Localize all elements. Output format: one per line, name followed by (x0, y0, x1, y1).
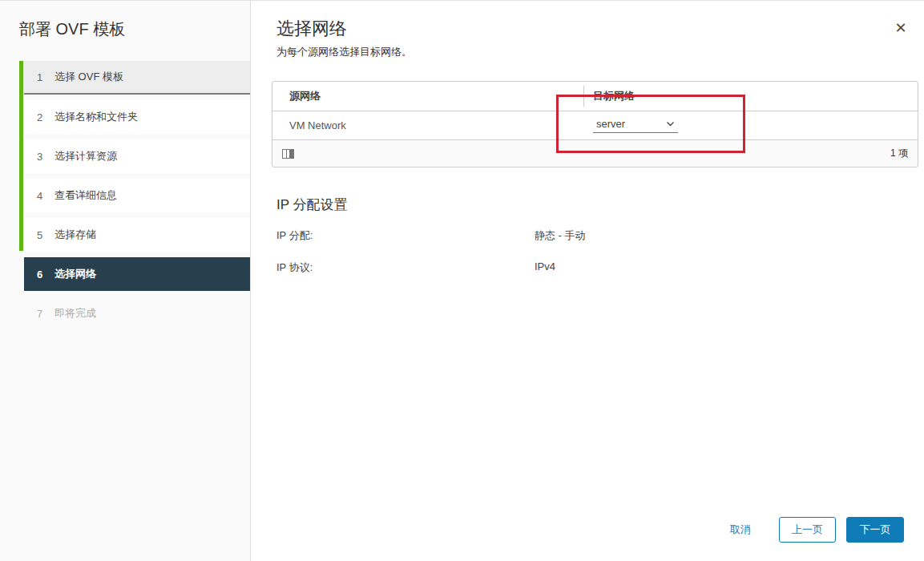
table-footer: 1 项 (272, 140, 918, 167)
back-button[interactable]: 上一页 (779, 517, 836, 543)
step-1-select-ovf-template[interactable]: 1 选择 OVF 模板 (24, 61, 250, 95)
column-header-destination-network: 目标网络 (583, 82, 918, 111)
column-header-source-network: 源网络 (272, 82, 583, 111)
destination-network-select[interactable]: server (593, 118, 678, 133)
step-label: 选择 OVF 模板 (54, 70, 123, 84)
ip-protocol-row: IP 协议: IPv4 (276, 260, 313, 275)
step-number: 1 (37, 71, 45, 83)
step-number: 3 (37, 151, 45, 163)
column-settings-icon[interactable] (282, 149, 294, 159)
ip-allocation-value: 静态 - 手动 (535, 228, 586, 243)
table-header-row: 源网络 目标网络 (272, 82, 918, 111)
ip-protocol-value: IPv4 (535, 260, 555, 272)
step-number: 4 (37, 190, 45, 202)
step-label: 即将完成 (54, 306, 96, 321)
step-2-select-name-folder[interactable]: 2 选择名称和文件夹 (24, 100, 250, 134)
step-label: 选择名称和文件夹 (54, 110, 138, 124)
page-subtitle: 为每个源网络选择目标网络。 (276, 45, 412, 59)
table-row: VM Network server (272, 111, 918, 140)
step-label: 选择计算资源 (54, 149, 117, 163)
step-label: 查看详细信息 (54, 188, 117, 203)
ip-protocol-label: IP 协议: (276, 261, 313, 273)
wizard-steps: 1 选择 OVF 模板 2 选择名称和文件夹 3 选择计算资源 4 查看详细信息… (19, 61, 250, 336)
step-number: 6 (37, 268, 45, 280)
step-5-select-storage[interactable]: 5 选择存储 (24, 218, 250, 252)
step-6-select-networks-current[interactable]: 6 选择网络 (24, 257, 250, 291)
wizard-title: 部署 OVF 模板 (19, 18, 125, 40)
item-count: 1 项 (890, 147, 908, 160)
ip-allocation-settings-title: IP 分配设置 (276, 196, 347, 214)
close-icon[interactable]: ✕ (891, 18, 910, 38)
step-number: 7 (37, 308, 45, 320)
step-3-select-compute-resource[interactable]: 3 选择计算资源 (24, 139, 250, 173)
page-title: 选择网络 (276, 17, 347, 41)
network-mapping-table: 源网络 目标网络 VM Network server 1 项 (272, 81, 918, 167)
next-button[interactable]: 下一页 (846, 517, 904, 543)
wizard-main-panel: ✕ 选择网络 为每个源网络选择目标网络。 源网络 目标网络 VM Network… (252, 1, 924, 561)
step-label: 选择存储 (54, 228, 96, 242)
step-number: 2 (37, 111, 45, 123)
ip-allocation-row: IP 分配: 静态 - 手动 (276, 228, 313, 243)
step-number: 5 (37, 229, 45, 241)
chevron-down-icon (666, 121, 675, 127)
step-7-ready-to-complete: 7 即将完成 (24, 297, 250, 330)
destination-network-cell: server (583, 111, 918, 139)
cancel-button[interactable]: 取消 (730, 523, 751, 537)
source-network-cell: VM Network (272, 111, 583, 139)
step-4-review-details[interactable]: 4 查看详细信息 (24, 179, 250, 212)
ip-allocation-label: IP 分配: (276, 229, 313, 241)
wizard-sidebar: 部署 OVF 模板 1 选择 OVF 模板 2 选择名称和文件夹 3 选择计算资… (0, 1, 251, 561)
progress-green-bar (19, 61, 23, 251)
selected-network-value: server (596, 118, 625, 130)
step-label: 选择网络 (54, 267, 96, 281)
